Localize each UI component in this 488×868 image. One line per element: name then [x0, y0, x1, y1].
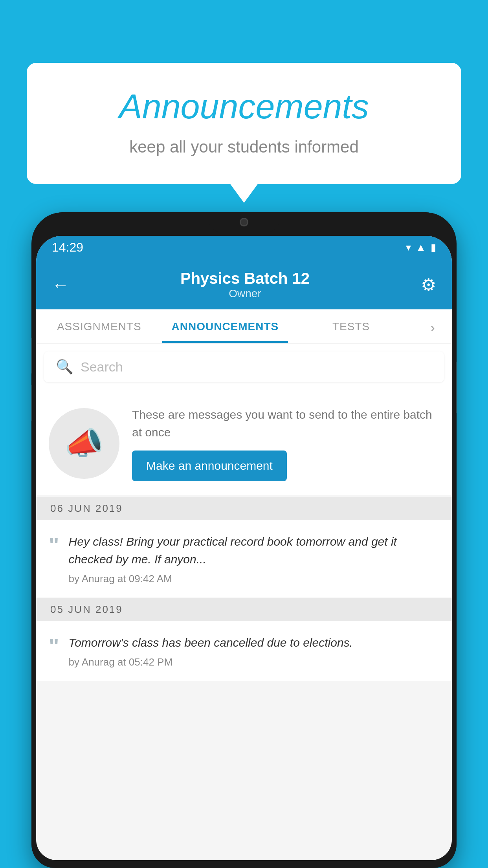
announcement-meta-1: by Anurag at 09:42 AM	[69, 573, 439, 585]
promo-description: These are messages you want to send to t…	[132, 406, 439, 441]
speech-bubble: Announcements keep all your students inf…	[27, 63, 461, 184]
signal-icon: ▲	[416, 241, 426, 254]
search-bar[interactable]: 🔍 Search	[44, 351, 444, 382]
tab-more[interactable]: ›	[414, 309, 452, 343]
quote-icon-1: "	[49, 534, 59, 556]
announcement-content-1: Hey class! Bring your practical record b…	[69, 533, 439, 585]
header-center: Physics Batch 12 Owner	[69, 270, 421, 300]
back-button[interactable]: ←	[52, 275, 69, 295]
batch-role: Owner	[69, 287, 421, 300]
settings-icon[interactable]: ⚙	[421, 275, 436, 295]
megaphone-icon: 📣	[64, 425, 104, 462]
batch-title: Physics Batch 12	[69, 270, 421, 287]
promo-icon-circle: 📣	[49, 408, 119, 479]
date-label-2: 05 JUN 2019	[50, 603, 123, 616]
tab-announcements[interactable]: ANNOUNCEMENTS	[162, 309, 288, 343]
announcement-content-2: Tomorrow's class has been cancelled due …	[69, 634, 439, 668]
status-bar: 14:29 ▾ ▲ ▮	[36, 236, 452, 259]
promo-card: 📣 These are messages you want to send to…	[36, 392, 452, 495]
announcement-item-2[interactable]: " Tomorrow's class has been cancelled du…	[36, 621, 452, 681]
battery-icon: ▮	[431, 241, 436, 254]
phone-screen: 14:29 ▾ ▲ ▮ ← Physics Batch 12 Owner ⚙	[36, 236, 452, 860]
volume-down-button[interactable]	[31, 385, 32, 421]
date-separator-2: 05 JUN 2019	[36, 598, 452, 621]
phone-notch	[209, 212, 279, 232]
search-icon: 🔍	[56, 359, 73, 375]
date-separator-1: 06 JUN 2019	[36, 497, 452, 520]
speech-bubble-container: Announcements keep all your students inf…	[27, 63, 461, 184]
volume-up-button[interactable]	[31, 338, 32, 373]
tab-assignments[interactable]: ASSIGNMENTS	[36, 309, 162, 343]
app-header: ← Physics Batch 12 Owner ⚙	[36, 259, 452, 309]
announcement-item-1[interactable]: " Hey class! Bring your practical record…	[36, 520, 452, 598]
phone-frame: 14:29 ▾ ▲ ▮ ← Physics Batch 12 Owner ⚙	[31, 212, 457, 868]
announcement-text-1: Hey class! Bring your practical record b…	[69, 533, 439, 568]
announcements-title: Announcements	[58, 86, 430, 127]
screen-content: 14:29 ▾ ▲ ▮ ← Physics Batch 12 Owner ⚙	[36, 236, 452, 860]
tabs-bar: ASSIGNMENTS ANNOUNCEMENTS TESTS ›	[36, 309, 452, 344]
search-placeholder: Search	[81, 359, 123, 375]
announcement-meta-2: by Anurag at 05:42 PM	[69, 656, 439, 668]
power-button[interactable]	[456, 362, 457, 413]
make-announcement-button[interactable]: Make an announcement	[132, 451, 287, 481]
date-label-1: 06 JUN 2019	[50, 502, 123, 515]
tab-tests[interactable]: TESTS	[288, 309, 414, 343]
quote-icon-2: "	[49, 635, 59, 657]
promo-content: These are messages you want to send to t…	[132, 406, 439, 481]
announcements-subtitle: keep all your students informed	[58, 138, 430, 156]
status-icons: ▾ ▲ ▮	[406, 241, 436, 254]
wifi-icon: ▾	[406, 241, 411, 254]
announcement-text-2: Tomorrow's class has been cancelled due …	[69, 634, 439, 651]
status-time: 14:29	[52, 240, 83, 255]
front-camera	[240, 218, 248, 226]
phone-notch-area	[31, 212, 457, 236]
